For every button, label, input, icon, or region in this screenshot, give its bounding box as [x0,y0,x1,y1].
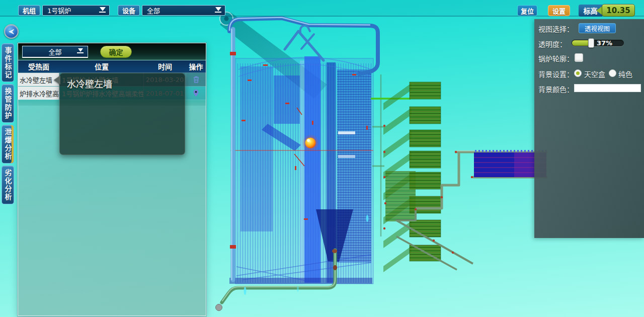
boiler-outline-checkbox[interactable] [575,53,583,62]
bg-color-swatch[interactable] [574,84,641,92]
background-mode-label: 背景设置： [538,69,574,79]
back-button[interactable] [4,24,19,39]
opacity-value: 37% [597,39,612,47]
solid-color-radio[interactable] [609,69,616,77]
event-list-panel: 全部 确定 受热面 位置 时间 操作 水冷壁左墙 1号锅炉水冷壁左墙 2018-… [18,43,206,316]
tab-pipe-protection[interactable]: 换管防护 [2,84,14,123]
unit-select[interactable]: 1号锅炉 [42,5,110,16]
surface-filter-select[interactable]: 全部 [22,46,88,58]
chevron-down-icon [215,7,221,13]
pipe-end-cap [216,304,222,311]
unit-label: 机组 [18,5,40,16]
opacity-slider[interactable]: 37% [572,40,624,46]
col-header-time: 时间 [144,60,186,72]
slider-handle[interactable] [588,38,594,48]
boiler-wireframe [229,56,373,284]
surface-filter-value: 全部 [48,47,61,56]
opacity-label: 透明度： [538,39,567,49]
tab-explosion-analysis[interactable]: 泄爆分析 [2,125,14,164]
device-label: 设备 [118,5,140,16]
top-toolbar: 机组 1号锅炉 设备 全部 复位 设置 标高 10.35 [0,0,644,17]
pipe-band-marker2 [230,245,236,249]
chevron-down-icon [77,48,84,53]
event-panel-toolbar: 全部 确定 [18,43,206,60]
tab-event-mark[interactable]: 事件标记 [2,43,14,82]
tooltip-text: 水冷壁左墙 [67,77,112,90]
cell-surface: 水冷壁左墙 [18,73,59,86]
skybox-radio-label: 天空盒 [584,69,605,79]
locate-pin-icon[interactable] [186,87,206,100]
col-header-location: 位置 [59,60,144,72]
surface-tooltip: 水冷壁左墙 [59,73,185,155]
delete-icon[interactable] [186,73,206,86]
solid-color-radio-label: 纯色 [618,69,632,79]
perspective-view-button[interactable]: 透视视图 [579,23,616,33]
event-marker-sphere[interactable] [302,134,319,151]
reset-button[interactable]: 复位 [517,5,537,16]
skybox-radio[interactable] [574,69,582,77]
cell-surface: 炉排水冷壁高端柔性管 [18,87,59,100]
confirm-button[interactable]: 确定 [100,46,132,58]
table-header: 受热面 位置 时间 操作 [18,60,206,73]
elevation-arrow-icon [596,7,602,15]
col-header-surface: 受热面 [18,60,59,72]
settings-button[interactable]: 设置 [548,5,570,16]
pipe-band-marker [230,52,236,55]
chevron-down-icon [99,7,106,13]
elevation-value-badge: 10.35 [602,4,635,17]
device-select[interactable]: 全部 [142,5,225,16]
green-tube-bundles [383,82,441,272]
boiler-outline-label: 锅炉轮廓： [538,53,574,63]
unit-select-value: 1号锅炉 [47,6,71,15]
col-header-action: 操作 [186,60,206,72]
view-settings-panel: 视图选择： 透视视图 透明度： 37% 锅炉轮廓： 背景设置： 天空盒 纯色 背… [534,19,644,238]
tab-degradation-analysis[interactable]: 劣化分析 [2,166,14,204]
sidebar-tabs: 事件标记 换管防护 泄爆分析 劣化分析 [2,43,15,206]
back-arrow-icon [7,27,16,36]
background-color-label: 背景颜色： [538,84,574,94]
tooltip-pointer-icon [54,75,60,85]
view-select-label: 视图选择： [538,24,574,34]
slider-fill [572,40,590,46]
device-select-value: 全部 [147,6,160,15]
